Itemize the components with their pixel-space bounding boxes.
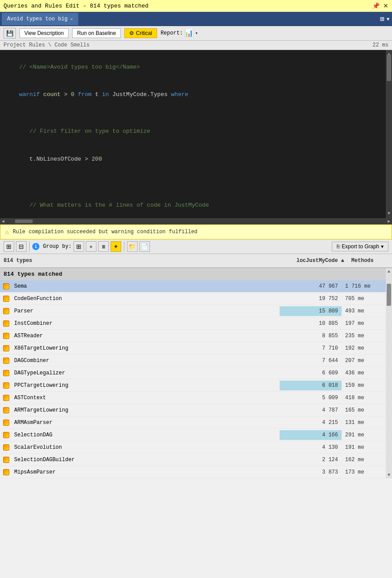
gear-icon: ⚙ <box>129 30 134 36</box>
toolbar-separator-2 <box>124 241 124 252</box>
cube-icon <box>3 382 9 389</box>
tab-arrow-button[interactable]: ▾ <box>386 15 390 23</box>
row-methods: 159 me <box>342 381 386 390</box>
group-by-option1[interactable]: ⊞ <box>73 241 84 252</box>
row-name: PPCTargetLowering <box>12 381 280 390</box>
table-row[interactable]: PPCTargetLowering 6 018 159 me <box>0 379 386 392</box>
warning-message: Rule compilation succeeded but warning c… <box>13 229 198 235</box>
table-row[interactable]: MipsAsmParser 3 873 173 me <box>0 466 386 478</box>
report-chart-icon: 📊 <box>184 29 193 38</box>
results-header: 814 types locJustMyCode ▲ Methods <box>0 254 392 268</box>
row-loc: 4 130 <box>280 443 342 452</box>
table-row[interactable]: ASTReader 8 855 235 me <box>0 330 386 342</box>
warning-icon: ⚠ <box>5 227 9 236</box>
folder-view-button[interactable]: 📁 <box>127 241 138 252</box>
results-scroll-down[interactable]: ▼ <box>386 472 392 478</box>
row-methods: 173 me <box>342 467 386 477</box>
group-by-option3[interactable]: ≣ <box>98 241 109 252</box>
row-loc: 4 215 <box>280 418 342 428</box>
save-button[interactable]: 💾 <box>4 28 16 39</box>
code-editor[interactable]: // <Name>Avoid types too big</Name> warn… <box>0 50 392 218</box>
collapse-all-button[interactable]: ⊟ <box>16 241 27 252</box>
table-row[interactable]: ASTContext 5 009 418 me <box>0 392 386 404</box>
row-icon <box>0 420 12 426</box>
row-name: Sema <box>12 281 280 291</box>
table-row[interactable]: ScalarEvolution 4 130 191 me <box>0 441 386 454</box>
new-tab-button[interactable]: ⊞ <box>380 15 384 23</box>
cube-icon <box>3 469 9 475</box>
report-section: Report: 📊 ▾ <box>161 29 198 38</box>
row-icon <box>0 296 12 302</box>
row-icon <box>0 308 12 314</box>
row-loc: 47 967 <box>280 281 342 291</box>
expand-all-button[interactable]: ⊞ <box>4 241 14 252</box>
scroll-down-arrow[interactable]: ▼ <box>386 209 392 218</box>
hscroll-track[interactable] <box>6 219 386 223</box>
file-view-button[interactable]: 📄 <box>139 241 150 252</box>
code-horizontal-scrollbar[interactable]: ◀ ▶ <box>0 218 392 224</box>
table-row[interactable]: SelectionDAG 4 166 291 me <box>0 429 386 441</box>
critical-button[interactable]: ⚙ Critical <box>124 28 157 38</box>
table-row[interactable]: SelectionDAGBuilder 2 124 162 me <box>0 454 386 466</box>
row-loc: 19 752 <box>280 294 342 304</box>
table-row[interactable]: Sema 47 967 1 716 me <box>0 280 386 293</box>
row-icon <box>0 469 12 475</box>
hscroll-right-arrow[interactable]: ▶ <box>386 219 392 224</box>
hscroll-thumb[interactable] <box>15 220 33 223</box>
tab-avoid-types[interactable]: Avoid types too big ✕ <box>2 13 78 25</box>
row-methods: 436 me <box>342 368 386 378</box>
results-vertical-scrollbar[interactable]: ▲ ▼ <box>386 268 392 478</box>
code-line-3: // First filter on type to optimize <box>5 118 387 146</box>
cube-icon <box>3 296 9 302</box>
cube-icon <box>3 444 9 451</box>
col-loc-sort-icon[interactable]: ▲ <box>341 258 344 264</box>
results-scroll-up[interactable]: ▲ <box>386 268 392 275</box>
row-name: SelectionDAGBuilder <box>12 455 280 465</box>
code-line-2: warnif count > 0 from t in JustMyCode.Ty… <box>5 81 387 108</box>
table-row[interactable]: Parser 15 809 493 me <box>0 305 386 317</box>
row-methods: 207 me <box>342 356 386 366</box>
group-by-option2[interactable]: ≡ <box>86 241 96 252</box>
title-bar-controls: 📌 ✕ <box>372 2 388 9</box>
row-name: InstCombiner <box>12 319 280 328</box>
row-loc: 5 009 <box>280 393 342 403</box>
row-name: ARMAsmParser <box>12 418 280 428</box>
row-methods: 191 me <box>342 443 386 452</box>
main-toolbar: 💾 View Description Run on Baseline ⚙ Cri… <box>0 26 392 41</box>
breadcrumb-path: Project Rules \ Code Smells <box>4 42 89 48</box>
pin-button[interactable]: 📌 <box>372 2 380 9</box>
code-line-blank3 <box>5 182 387 192</box>
table-row[interactable]: DAGTypeLegalizer 6 609 436 me <box>0 367 386 379</box>
export-to-graph-button[interactable]: ⎘ Export to Graph ▾ <box>332 242 388 251</box>
table-row[interactable]: ARMTargetLowering 4 787 165 me <box>0 404 386 416</box>
tab-close-btn[interactable]: ✕ <box>70 16 73 22</box>
code-vertical-scrollbar[interactable]: ▲ ▼ <box>386 50 392 218</box>
row-methods: 291 me <box>342 430 386 440</box>
row-loc: 4 166 <box>280 430 342 440</box>
close-button[interactable]: ✕ <box>383 2 388 9</box>
row-name: ASTReader <box>12 331 280 341</box>
results-rows: Sema 47 967 1 716 me CodeGenFunction 19 … <box>0 280 386 478</box>
row-icon <box>0 395 12 401</box>
cube-icon <box>3 432 9 438</box>
table-row[interactable]: CodeGenFunction 19 752 705 me <box>0 293 386 305</box>
row-icon <box>0 283 12 289</box>
table-row[interactable]: InstCombiner 10 885 197 me <box>0 317 386 330</box>
view-description-label: View Description <box>24 30 64 36</box>
hscroll-left-arrow[interactable]: ◀ <box>0 219 6 224</box>
run-baseline-button[interactable]: Run on Baseline <box>72 28 121 38</box>
report-dropdown-arrow[interactable]: ▾ <box>195 31 198 36</box>
group-by-option4[interactable]: ✦ <box>111 241 121 252</box>
view-description-button[interactable]: View Description <box>19 28 69 38</box>
tab-bar: Avoid types too big ✕ ⊞ ▾ <box>0 12 392 26</box>
row-name: SelectionDAG <box>12 430 280 440</box>
table-row[interactable]: DAGCombiner 7 644 207 me <box>0 355 386 367</box>
table-row[interactable]: ARMAsmParser 4 215 131 me <box>0 416 386 429</box>
cube-icon <box>3 283 9 289</box>
row-methods: 705 me <box>342 294 386 304</box>
table-row[interactable]: X86TargetLowering 7 710 192 me <box>0 342 386 355</box>
timing-display: 22 ms <box>373 42 388 48</box>
results-scroll-thumb[interactable] <box>387 284 391 306</box>
scroll-thumb[interactable] <box>387 54 391 81</box>
row-methods: 165 me <box>342 405 386 415</box>
